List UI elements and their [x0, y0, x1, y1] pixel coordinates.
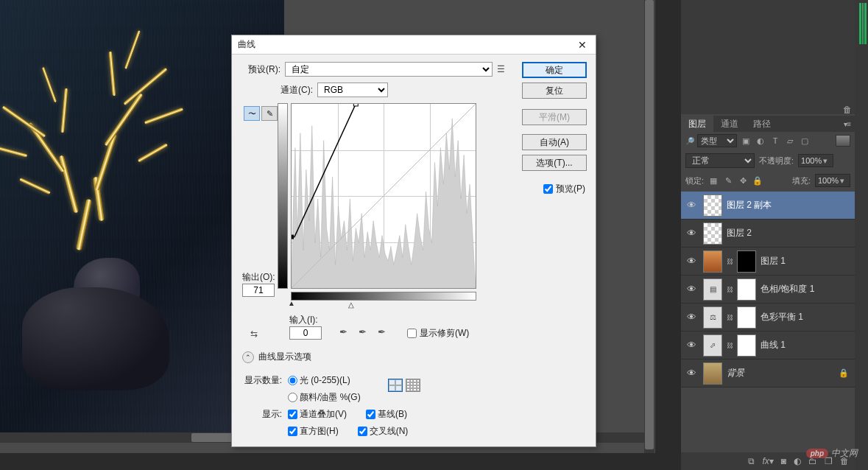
- close-button[interactable]: ✕: [575, 39, 590, 51]
- auto-button[interactable]: 自动(A): [522, 134, 587, 150]
- audio-meter: [859, 3, 867, 44]
- layer-name: 图层 1: [761, 255, 855, 267]
- visibility-icon[interactable]: 👁: [684, 228, 699, 239]
- smooth-button: 平滑(M): [522, 109, 587, 125]
- white-point-slider[interactable]: △: [348, 301, 354, 309]
- output-value[interactable]: [242, 284, 275, 297]
- fill-value[interactable]: 100%▾: [815, 174, 850, 187]
- channel-overlay-checkbox[interactable]: 通道叠加(V): [288, 408, 347, 421]
- right-panel: 🗑 图层 通道 路径 ▾≡ 🔎 类型 ▣ ◐ T ▱ ▢ 正常 不透明度: 10…: [681, 0, 868, 470]
- layer-mask-thumbnail[interactable]: [737, 306, 756, 329]
- ok-button[interactable]: 确定: [522, 62, 587, 78]
- opacity-label: 不透明度:: [759, 155, 794, 166]
- add-adjustment-icon[interactable]: ◐: [794, 456, 801, 466]
- fx-icon[interactable]: fx▾: [762, 456, 773, 466]
- lock-pixels-icon[interactable]: ✎: [723, 175, 733, 186]
- link-icon[interactable]: ⛓: [727, 286, 733, 293]
- curve-tool-point[interactable]: 〜: [244, 106, 260, 121]
- layer-row[interactable]: 👁 ▤ ⛓ 色相/饱和度 1: [681, 276, 855, 304]
- baseline-checkbox[interactable]: 基线(B): [366, 408, 407, 421]
- collapse-display-options[interactable]: ⌃: [242, 351, 254, 363]
- layer-row[interactable]: 👁 ⬀ ⛓ 曲线 1: [681, 332, 855, 359]
- layer-row[interactable]: 👁 ⛓ 图层 1: [681, 248, 855, 276]
- preset-menu-icon[interactable]: ☰: [497, 64, 507, 74]
- dialog-titlebar[interactable]: 曲线 ✕: [232, 35, 596, 55]
- link-layers-icon[interactable]: ⧉: [748, 456, 755, 466]
- grid-4-icon[interactable]: [388, 379, 403, 392]
- layer-row[interactable]: 👁 图层 2: [681, 220, 855, 248]
- blend-mode-select[interactable]: 正常: [685, 153, 755, 168]
- add-mask-icon[interactable]: ◙: [781, 456, 786, 466]
- lock-position-icon[interactable]: ✥: [738, 175, 748, 186]
- grid-10-icon[interactable]: [406, 379, 420, 392]
- filter-type-icon[interactable]: T: [769, 135, 781, 147]
- visibility-icon[interactable]: 👁: [684, 340, 699, 351]
- right-strip: [855, 0, 868, 470]
- layer-thumbnail[interactable]: [703, 362, 722, 385]
- layer-thumbnail[interactable]: [703, 194, 722, 217]
- layer-thumbnail[interactable]: [703, 222, 722, 245]
- tab-paths[interactable]: 路径: [746, 115, 778, 133]
- link-icon[interactable]: ⛓: [727, 258, 733, 265]
- layer-mask-thumbnail[interactable]: [737, 334, 756, 357]
- link-icon[interactable]: ⛓: [727, 342, 733, 349]
- options-button[interactable]: 选项(T)...: [522, 155, 587, 171]
- cancel-button[interactable]: 复位: [522, 83, 587, 99]
- layer-mask-thumbnail[interactable]: [737, 278, 756, 301]
- visibility-icon[interactable]: 👁: [684, 200, 699, 211]
- gray-eyedropper-icon[interactable]: ✒: [359, 326, 372, 338]
- filter-search-icon[interactable]: 🔎: [685, 137, 694, 145]
- black-eyedropper-icon[interactable]: ✒: [339, 326, 353, 338]
- layer-name: 色彩平衡 1: [761, 311, 855, 323]
- filter-adjust-icon[interactable]: ◐: [755, 135, 766, 147]
- filter-shape-icon[interactable]: ▱: [784, 135, 796, 147]
- adjustment-thumbnail[interactable]: ⚖: [703, 306, 722, 329]
- layer-row[interactable]: 👁 ⚖ ⛓ 色彩平衡 1: [681, 304, 855, 332]
- ink-radio[interactable]: 颜料/油墨 %(G): [288, 391, 361, 404]
- curve-graph[interactable]: [291, 103, 476, 289]
- layer-row[interactable]: 👁 背景 🔒: [681, 359, 855, 387]
- layer-thumbnail[interactable]: [703, 250, 722, 273]
- adjustment-thumbnail[interactable]: ▤: [703, 278, 722, 301]
- intersection-checkbox[interactable]: 交叉线(N): [358, 425, 409, 438]
- link-icon[interactable]: ⛓: [727, 314, 733, 321]
- layer-row[interactable]: 👁 图层 2 副本: [681, 192, 855, 220]
- light-radio[interactable]: 光 (0-255)(L): [288, 374, 350, 387]
- preset-label: 预设(R):: [241, 63, 280, 76]
- display-options-label: 曲线显示选项: [258, 351, 311, 363]
- layer-name: 曲线 1: [761, 339, 855, 351]
- channel-select[interactable]: RGB: [317, 83, 388, 97]
- hand-tool-icon[interactable]: ⇆: [247, 327, 261, 340]
- histogram-checkbox[interactable]: 直方图(H): [288, 425, 339, 438]
- visibility-icon[interactable]: 👁: [684, 256, 699, 267]
- panel-menu-icon[interactable]: ▾≡: [844, 120, 850, 128]
- lock-transparency-icon[interactable]: ▦: [708, 175, 719, 186]
- layer-mask-thumbnail[interactable]: [737, 250, 756, 273]
- input-value[interactable]: [289, 326, 322, 340]
- tab-channels[interactable]: 通道: [713, 115, 746, 133]
- vertical-scrollbar[interactable]: [644, 0, 654, 453]
- curve-tool-pencil[interactable]: ✎: [261, 106, 278, 121]
- input-gradient: [291, 292, 476, 301]
- filter-image-icon[interactable]: ▣: [740, 135, 752, 147]
- layer-filter-row: 🔎 类型 ▣ ◐ T ▱ ▢: [681, 132, 855, 150]
- svg-rect-1: [292, 235, 294, 239]
- filter-type-select[interactable]: 类型: [697, 134, 737, 147]
- visibility-icon[interactable]: 👁: [684, 284, 699, 295]
- preview-checkbox[interactable]: 预览(P): [543, 183, 585, 195]
- adjustment-thumbnail[interactable]: ⬀: [703, 334, 722, 357]
- visibility-icon[interactable]: 👁: [684, 312, 699, 323]
- show-clipping-checkbox[interactable]: 显示修剪(W): [407, 327, 469, 340]
- visibility-icon[interactable]: 👁: [684, 368, 699, 379]
- filter-smart-icon[interactable]: ▢: [799, 135, 811, 147]
- show-label: 显示:: [242, 408, 282, 421]
- amount-label: 显示数量:: [242, 374, 282, 387]
- preset-select[interactable]: 自定: [285, 62, 493, 77]
- filter-toggle[interactable]: [836, 135, 850, 147]
- tab-layers[interactable]: 图层: [681, 115, 713, 133]
- mini-trash-icon[interactable]: 🗑: [843, 105, 852, 115]
- black-point-slider[interactable]: ▲: [288, 299, 295, 307]
- lock-all-icon[interactable]: 🔒: [752, 175, 763, 186]
- white-eyedropper-icon[interactable]: ✒: [378, 326, 391, 338]
- opacity-value[interactable]: 100%▾: [798, 154, 833, 167]
